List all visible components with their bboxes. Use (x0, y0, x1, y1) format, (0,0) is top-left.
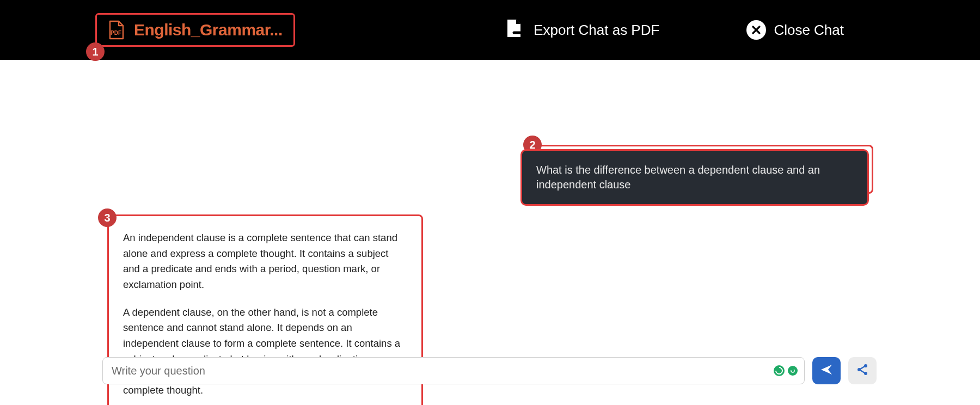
active-pdf-title: English_Grammar... (134, 21, 283, 39)
export-chat-button[interactable]: Export Chat as PDF (504, 19, 659, 42)
pdf-file-icon: PDF (108, 20, 124, 40)
close-chat-label: Close Chat (774, 22, 844, 39)
export-page-icon (504, 19, 526, 42)
active-pdf-chip[interactable]: PDF English_Grammar... (95, 13, 295, 47)
highlight-badge-3: 3 (98, 208, 117, 227)
chat-area: 2 What is the difference between a depen… (0, 60, 980, 405)
message-input[interactable] (103, 358, 804, 384)
assistant-paragraph-1: An independent clause is a complete sent… (123, 230, 407, 293)
share-button[interactable] (848, 357, 877, 384)
user-message-text: What is the difference between a depende… (536, 164, 820, 191)
app-header: PDF English_Grammar... Export Chat as PD… (0, 0, 980, 60)
close-x-icon (746, 20, 766, 40)
share-icon (855, 363, 869, 379)
grammarly-icon[interactable] (774, 365, 785, 376)
user-message-bubble: What is the difference between a depende… (520, 149, 869, 206)
export-chat-label: Export Chat as PDF (534, 22, 659, 39)
app-root: PDF English_Grammar... Export Chat as PD… (0, 0, 980, 405)
message-input-wrap[interactable] (102, 357, 805, 384)
send-icon (819, 363, 834, 379)
send-button[interactable] (812, 357, 841, 384)
close-chat-button[interactable]: Close Chat (746, 20, 844, 40)
message-composer (102, 357, 877, 384)
svg-text:PDF: PDF (111, 30, 121, 36)
svg-point-1 (791, 369, 794, 372)
grammarly-secondary-icon[interactable] (788, 366, 798, 376)
